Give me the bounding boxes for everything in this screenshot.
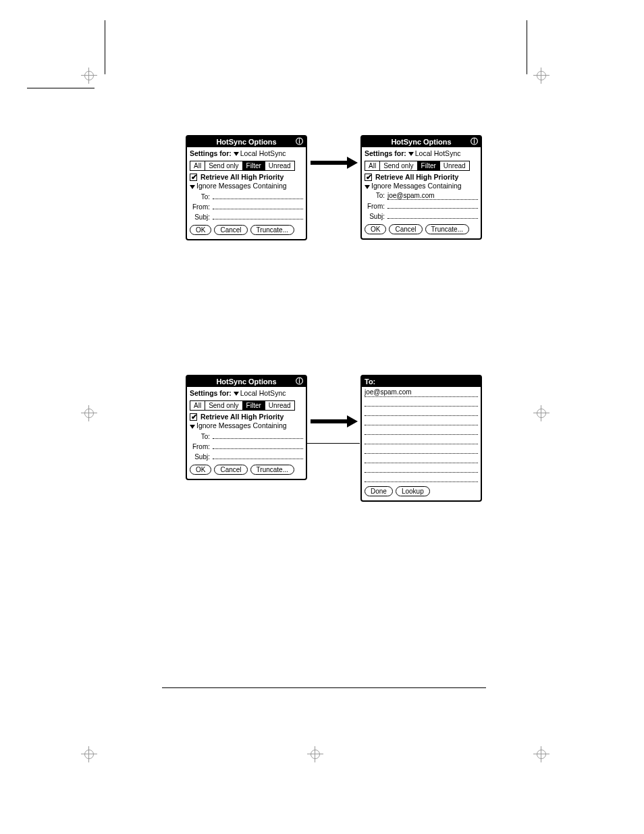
ok-button[interactable]: OK xyxy=(190,465,211,475)
ok-button[interactable]: OK xyxy=(190,225,211,235)
subj-label: Subj: xyxy=(365,213,387,220)
subj-input[interactable] xyxy=(213,452,303,459)
from-input[interactable] xyxy=(213,202,303,209)
registration-mark xyxy=(533,68,549,84)
to-line-input[interactable] xyxy=(365,464,478,473)
registration-mark xyxy=(81,746,97,762)
ignore-row[interactable]: Ignore Messages Containing xyxy=(365,182,478,190)
dialog-title: HotSync Options ⓘ xyxy=(187,136,306,147)
to-input[interactable] xyxy=(213,192,303,199)
truncate-button[interactable]: Truncate... xyxy=(250,465,294,475)
to-input[interactable] xyxy=(213,432,303,439)
subj-field-row: Subj: xyxy=(190,212,303,221)
to-line-input[interactable] xyxy=(365,398,478,407)
tab-all[interactable]: All xyxy=(365,161,380,170)
to-label: To: xyxy=(190,193,213,201)
tab-unread[interactable]: Unread xyxy=(265,161,294,170)
to-label: To: xyxy=(190,433,213,440)
info-icon[interactable]: ⓘ xyxy=(471,137,478,145)
to-editor-dialog: To: joe@spam.com Done Lookup xyxy=(360,375,482,502)
ignore-row[interactable]: Ignore Messages Containing xyxy=(190,182,303,190)
dropdown-icon xyxy=(365,185,370,189)
subj-input[interactable] xyxy=(213,212,303,219)
to-field-row: To: joe@spam.com xyxy=(365,192,478,200)
settings-for-value[interactable]: Local HotSync xyxy=(240,389,286,397)
lookup-button[interactable]: Lookup xyxy=(396,486,430,496)
tab-send-only[interactable]: Send only xyxy=(205,161,242,170)
tab-filter[interactable]: Filter xyxy=(418,161,440,170)
tab-all[interactable]: All xyxy=(190,161,205,170)
info-icon[interactable]: ⓘ xyxy=(296,137,303,145)
retrieve-checkbox[interactable]: ✔ xyxy=(190,413,197,421)
settings-for-row: Settings for: Local HotSync xyxy=(190,390,303,398)
crop-mark xyxy=(527,20,527,74)
done-button[interactable]: Done xyxy=(365,486,393,496)
settings-for-label: Settings for: xyxy=(190,389,232,397)
retrieve-row: ✔ Retrieve All High Priority xyxy=(190,413,303,421)
subj-label: Subj: xyxy=(190,213,213,221)
cancel-button[interactable]: Cancel xyxy=(389,224,422,234)
button-row: OK Cancel Truncate... xyxy=(190,465,303,475)
dropdown-icon[interactable] xyxy=(408,152,414,156)
settings-for-value[interactable]: Local HotSync xyxy=(240,149,286,157)
tab-filter[interactable]: Filter xyxy=(243,401,265,410)
registration-mark xyxy=(81,405,97,421)
from-field-row: From: xyxy=(365,201,478,210)
from-input[interactable] xyxy=(387,201,478,209)
to-line-input[interactable]: joe@spam.com xyxy=(365,388,478,397)
subj-label: Subj: xyxy=(190,453,213,461)
dropdown-icon[interactable] xyxy=(234,152,239,156)
to-label: To: xyxy=(365,192,387,199)
cancel-button[interactable]: Cancel xyxy=(214,465,247,475)
to-input[interactable]: joe@spam.com xyxy=(387,192,478,200)
crop-mark xyxy=(27,88,95,88)
to-field-row: To: xyxy=(190,192,303,201)
footer-rule xyxy=(162,687,486,688)
from-input[interactable] xyxy=(213,442,303,449)
hotsync-options-dialog: HotSync Options ⓘ Settings for: Local Ho… xyxy=(360,135,482,240)
tab-unread[interactable]: Unread xyxy=(265,401,294,410)
truncate-button[interactable]: Truncate... xyxy=(425,224,469,234)
retrieve-checkbox[interactable]: ✔ xyxy=(190,174,197,181)
from-field-row: From: xyxy=(190,442,303,450)
to-line-input[interactable] xyxy=(365,445,478,454)
to-line-input[interactable] xyxy=(365,454,478,463)
hotsync-options-dialog: HotSync Options ⓘ Settings for: Local Ho… xyxy=(186,135,307,240)
from-label: From: xyxy=(190,443,213,450)
tab-unread[interactable]: Unread xyxy=(440,161,469,170)
truncate-button[interactable]: Truncate... xyxy=(250,225,294,235)
to-line-input[interactable] xyxy=(365,473,478,482)
to-line-input[interactable] xyxy=(365,417,478,425)
to-line-input[interactable] xyxy=(365,407,478,416)
button-row: OK Cancel Truncate... xyxy=(190,225,303,235)
flow-arrow xyxy=(311,415,358,427)
retrieve-label: Retrieve All High Priority xyxy=(375,173,458,181)
dialog-title-text: HotSync Options xyxy=(216,377,276,386)
tab-send-only[interactable]: Send only xyxy=(380,161,417,170)
dropdown-icon xyxy=(190,185,195,189)
retrieve-checkbox[interactable]: ✔ xyxy=(365,174,372,181)
tab-send-only[interactable]: Send only xyxy=(205,401,242,410)
tab-all[interactable]: All xyxy=(190,401,205,410)
settings-for-label: Settings for: xyxy=(365,149,406,157)
to-line-input[interactable] xyxy=(365,436,478,444)
ignore-label: Ignore Messages Containing xyxy=(196,421,287,429)
retrieve-label: Retrieve All High Priority xyxy=(200,413,284,421)
tab-filter[interactable]: Filter xyxy=(243,161,265,170)
ok-button[interactable]: OK xyxy=(365,224,386,234)
dropdown-icon[interactable] xyxy=(234,392,239,396)
dialog-title-text: HotSync Options xyxy=(216,138,276,146)
registration-mark xyxy=(533,405,549,421)
to-line-input[interactable] xyxy=(365,426,478,435)
settings-for-value[interactable]: Local HotSync xyxy=(415,149,461,157)
subj-input[interactable] xyxy=(387,211,478,219)
dialog-title: To: xyxy=(362,376,481,387)
info-icon[interactable]: ⓘ xyxy=(296,377,303,385)
subj-field-row: Subj: xyxy=(365,211,478,220)
filter-tabs: All Send only Filter Unread xyxy=(190,400,295,411)
cancel-button[interactable]: Cancel xyxy=(214,225,247,235)
settings-for-label: Settings for: xyxy=(190,149,232,157)
filter-tabs: All Send only Filter Unread xyxy=(365,161,470,171)
button-row: Done Lookup xyxy=(365,486,478,496)
ignore-row[interactable]: Ignore Messages Containing xyxy=(190,422,303,430)
